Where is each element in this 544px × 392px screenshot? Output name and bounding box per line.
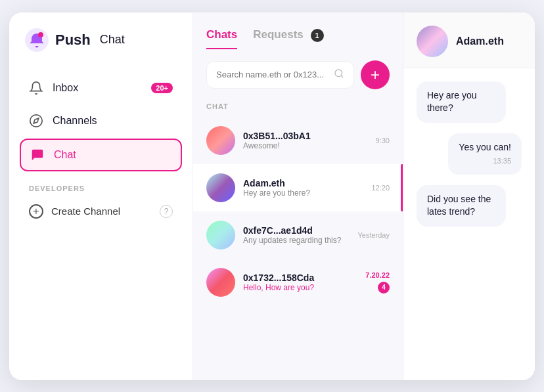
app-window: Push Chat Inbox 20+ bbox=[9, 12, 535, 380]
sidebar-item-chat[interactable]: Chat bbox=[20, 139, 182, 171]
svg-point-2 bbox=[30, 114, 42, 126]
message-text: Did you see the lates trend? bbox=[427, 194, 491, 217]
avatar bbox=[206, 268, 235, 297]
message-bubble: Yes you can! 13:35 bbox=[448, 133, 522, 175]
chat-detail-header: Adam.eth bbox=[403, 12, 535, 68]
chat-meta: 12:20 bbox=[371, 184, 390, 192]
chat-info: 0xfe7C...ae1d4d Any updates regarding th… bbox=[243, 225, 350, 245]
message-time: 13:35 bbox=[459, 156, 511, 166]
sidebar-item-channels[interactable]: Channels bbox=[20, 106, 182, 136]
search-bar[interactable] bbox=[206, 61, 354, 89]
svg-point-1 bbox=[38, 32, 43, 37]
search-row: + bbox=[193, 50, 403, 100]
chat-time: 12:20 bbox=[371, 184, 390, 192]
chat-meta: 9:30 bbox=[376, 137, 390, 144]
add-chat-button[interactable]: + bbox=[361, 60, 390, 89]
developers-label: DEVELOPERS bbox=[20, 171, 182, 198]
chat-info: Adam.eth Hey are you there? bbox=[243, 178, 363, 198]
chat-name: 0xfe7C...ae1d4d bbox=[243, 225, 350, 236]
chat-info: 0x3B51...03bA1 Awesome! bbox=[243, 131, 368, 150]
create-channel-item[interactable]: + Create Channel ? bbox=[20, 198, 182, 225]
create-channel-label: Create Channel bbox=[51, 206, 120, 217]
svg-line-5 bbox=[341, 76, 343, 77]
sidebar-header: Push Chat bbox=[20, 28, 182, 52]
message-bubble: Hey are you there? bbox=[417, 81, 506, 123]
chat-preview: Awesome! bbox=[243, 141, 368, 150]
chat-label: Chat bbox=[54, 149, 76, 161]
chat-time: 7.20.22 bbox=[365, 271, 390, 279]
message-text: Yes you can! bbox=[459, 141, 511, 154]
app-subtitle-header: Chat bbox=[100, 33, 125, 47]
chat-item[interactable]: 0x1732...158Cda Hello, How are you? 7.20… bbox=[193, 259, 403, 306]
svg-point-4 bbox=[335, 70, 342, 77]
sidebar: Push Chat Inbox 20+ bbox=[9, 12, 193, 380]
message-bubble: Did you see the lates trend? bbox=[417, 185, 506, 227]
inbox-icon bbox=[29, 81, 43, 95]
unread-badge: 4 bbox=[378, 282, 390, 294]
inbox-badge: 20+ bbox=[151, 83, 173, 93]
chat-icon bbox=[30, 148, 45, 162]
search-input[interactable] bbox=[216, 70, 329, 79]
messages-container: Hey are you there? Yes you can! 13:35 Di… bbox=[403, 68, 535, 380]
detail-avatar bbox=[417, 26, 448, 57]
sidebar-item-inbox[interactable]: Inbox 20+ bbox=[20, 73, 182, 103]
search-icon bbox=[334, 68, 344, 81]
channels-label: Channels bbox=[53, 115, 97, 127]
avatar bbox=[206, 173, 235, 202]
create-channel-icon: + bbox=[29, 204, 43, 219]
avatar bbox=[206, 221, 235, 250]
chat-preview: Hey are you there? bbox=[243, 188, 363, 198]
chat-info: 0x1732...158Cda Hello, How are you? bbox=[243, 272, 357, 292]
chat-detail-panel: Adam.eth Hey are you there? Yes you can!… bbox=[403, 12, 535, 380]
chat-items-list: 0x3B51...03bA1 Awesome! 9:30 Adam.eth He… bbox=[193, 117, 403, 380]
tab-requests[interactable]: Requests 1 bbox=[253, 28, 323, 50]
detail-name: Adam.eth bbox=[456, 35, 504, 47]
compass-icon bbox=[29, 114, 43, 128]
avatar bbox=[206, 126, 235, 155]
nav-items: Inbox 20+ Channels bbox=[20, 73, 182, 171]
message-text: Hey are you there? bbox=[427, 90, 476, 114]
chat-item[interactable]: 0xfe7C...ae1d4d Any updates regarding th… bbox=[193, 211, 403, 259]
chat-meta: 7.20.22 4 bbox=[365, 271, 390, 294]
chat-meta: Yesterday bbox=[357, 231, 390, 239]
chat-section-label: CHAT bbox=[193, 100, 403, 117]
bell-logo-icon bbox=[25, 28, 49, 52]
app-name: Push bbox=[55, 32, 91, 49]
chat-list-panel: Chats Requests 1 + CHAT bbox=[193, 12, 403, 380]
tab-chats[interactable]: Chats bbox=[206, 28, 237, 49]
chat-name: Adam.eth bbox=[243, 178, 363, 188]
chat-item[interactable]: Adam.eth Hey are you there? 12:20 bbox=[193, 164, 403, 211]
svg-marker-3 bbox=[34, 118, 39, 123]
inbox-label: Inbox bbox=[53, 82, 78, 94]
chat-time: 9:30 bbox=[376, 137, 390, 144]
tabs-container: Chats Requests 1 bbox=[193, 12, 403, 50]
help-icon[interactable]: ? bbox=[160, 205, 173, 218]
chat-name: 0x1732...158Cda bbox=[243, 272, 357, 283]
chat-name: 0x3B51...03bA1 bbox=[243, 131, 368, 141]
chat-time: Yesterday bbox=[357, 231, 390, 239]
requests-badge: 1 bbox=[311, 29, 324, 42]
chat-preview: Hello, How are you? bbox=[243, 283, 357, 292]
chat-preview: Any updates regarding this? bbox=[243, 236, 350, 245]
chat-item[interactable]: 0x3B51...03bA1 Awesome! 9:30 bbox=[193, 117, 403, 164]
